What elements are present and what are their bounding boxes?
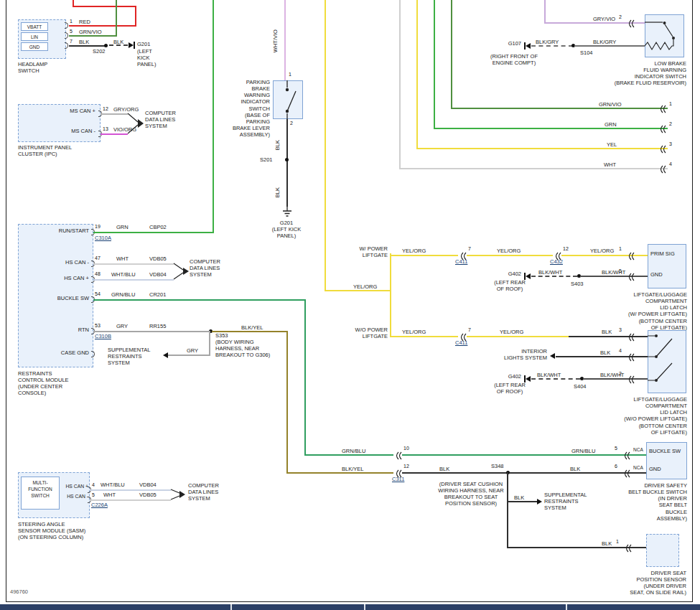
- buckle-gnd-label: GND: [649, 466, 661, 472]
- connector-c226a[interactable]: C226A: [91, 502, 108, 508]
- wire-blk-wht: [580, 276, 648, 277]
- wire-vio-org: [101, 133, 128, 135]
- ground-ref-g201: G201: [137, 41, 150, 47]
- wire-label: BLK/WHT: [602, 269, 625, 276]
- pin-number: 47: [95, 255, 101, 261]
- wire-wht-blu-hscan: [93, 279, 174, 281]
- splice-s104-label: S104: [580, 50, 593, 56]
- wire-wht-vio: [284, 0, 286, 80]
- taskbar-segment[interactable]: [232, 604, 364, 610]
- circuit-vdb05: VDB05: [139, 492, 157, 498]
- wire-blk-wht: [583, 378, 648, 380]
- wire-label-grn: GRN: [116, 224, 129, 230]
- pin-label-hs-can-plus: HS CAN +: [62, 484, 88, 489]
- pin-number: 4: [92, 482, 95, 487]
- ground-loc: (LEFT KICK PANEL): [137, 48, 157, 67]
- taskbar-segment[interactable]: [0, 604, 230, 610]
- ground-ref-g402: G402: [498, 271, 521, 277]
- wire-label: GRN: [605, 121, 617, 128]
- pin-number: 5: [70, 29, 73, 34]
- pin-number: 7: [468, 327, 471, 332]
- connector-c310a[interactable]: C310A: [95, 235, 111, 241]
- ground-g201-label: G201 (LEFT KICK PANEL): [263, 220, 310, 239]
- wire-wht-blu: [90, 489, 171, 491]
- wire-blk-gry-dashed: [531, 45, 573, 47]
- pin-number: 5: [92, 492, 95, 497]
- headlamp-caption: HEADLAMP SWITCH: [18, 61, 47, 74]
- system-supplemental-restraints: SUPPLEMENTAL RESTRAINTS SYSTEM: [544, 492, 587, 511]
- system-funnel: [174, 259, 190, 283]
- system-computer-data-lines: COMPUTER DATA LINES SYSTEM: [190, 258, 220, 278]
- connector-glyph: [658, 144, 666, 154]
- pin-label-run-start: RUN/START: [27, 227, 89, 234]
- connector-glyph: [622, 451, 630, 461]
- wire-blk-wht-dashed: [531, 378, 580, 380]
- seat-position-sensor-caption: DRIVER SEAT POSITION SENSOR (UNDER DRIVE…: [600, 570, 686, 596]
- wire-label: BLK: [514, 494, 524, 501]
- parking-brake-label: PARKING BRAKE WARNING INDICATOR SWITCH (…: [228, 79, 270, 138]
- connector-c411[interactable]: C411: [455, 339, 467, 346]
- connector-glyph: [626, 19, 635, 29]
- ground-ref-bar: [134, 42, 135, 49]
- wire-label: BLK/WHT: [537, 372, 561, 378]
- wire-label-red: RED: [79, 19, 90, 25]
- system-funnel: [171, 485, 187, 504]
- taskbar-segment[interactable]: [567, 604, 700, 610]
- circuit-vdb04: VDB04: [139, 482, 157, 488]
- wire-label-blk-gry: BLK/GRY: [536, 39, 559, 45]
- ground-loc: (LEFT REAR OF ROOF): [488, 279, 531, 292]
- wire-wht: [399, 0, 401, 168]
- connector-glyph: [658, 124, 666, 134]
- wire-yel: [416, 148, 668, 149]
- pin-label-case-gnd: CASE GND: [27, 349, 89, 356]
- connector-c411[interactable]: C411: [455, 258, 467, 265]
- connector-c311[interactable]: C311: [392, 476, 404, 482]
- wire-wht: [90, 499, 171, 501]
- wire-blk-yel: [286, 472, 393, 474]
- wire-gry-vio: [544, 0, 546, 22]
- multi-function-switch-label: MULTI- FUNCTION SWITCH: [21, 477, 60, 510]
- wire-grn-vio: [451, 108, 668, 109]
- system-arrow: [537, 499, 542, 505]
- wire-yel-org: [467, 255, 553, 256]
- pin-label-rtn: RTN: [27, 327, 89, 333]
- pin-number: 6: [615, 464, 617, 469]
- pin-label-lin: LIN: [21, 32, 48, 41]
- splice-s202-label: S202: [93, 48, 106, 55]
- wire-wht-hscan: [93, 263, 174, 265]
- wire-grn-vio: [69, 35, 117, 37]
- seat-position-sensor-box: [646, 534, 679, 567]
- wire-yel: [416, 0, 418, 148]
- wire-red: [73, 6, 136, 7]
- sasm-caption: STEERING ANGLE SENSOR MODULE (SASM) (ON …: [18, 521, 85, 540]
- wire-blk-branch: [507, 472, 508, 548]
- wiring-diagram: VBATT LIN GND 1 5 7 RED GRN/VIO BLK BLK …: [0, 0, 700, 610]
- wire-label: YEL/ORG: [402, 329, 426, 335]
- branch-label-wo-power: W/O POWER LIFTGATE: [343, 327, 388, 339]
- buckle-switch-caption: DRIVER SAFETY BELT BUCKLE SWITCH (IN DRI…: [605, 482, 687, 522]
- connector-c310b[interactable]: C310B: [95, 333, 111, 339]
- pin-number: 4: [619, 348, 622, 353]
- wire-label-grn-blu: GRN/BLU: [111, 291, 135, 298]
- wire-label: GRN/VIO: [599, 101, 622, 108]
- wire-label-wht-blu: WHT/BLU: [111, 271, 136, 278]
- splice-s201-dot: [285, 158, 289, 161]
- wire-blk-branch: [507, 501, 537, 502]
- connector-c432[interactable]: C432: [550, 258, 563, 265]
- pin-label-hs-can-plus: HS CAN +: [27, 275, 89, 281]
- pin-label-ms-can-minus: MS CAN -: [32, 128, 95, 134]
- wire-yel-org: [390, 255, 458, 256]
- pin-label-vbatt: VBATT: [21, 22, 48, 31]
- wire-gry-branch: [168, 355, 210, 356]
- wire-label-wht-blu: WHT/BLU: [101, 482, 125, 488]
- taskbar-segment[interactable]: [365, 604, 566, 610]
- pin-label-hs-can-minus: HS CAN -: [62, 494, 88, 499]
- wire-blk: [286, 119, 288, 207]
- wire-yel-org-trunk: [325, 290, 391, 291]
- wire-grn: [434, 128, 668, 129]
- ground-ref-arrow: [129, 42, 134, 48]
- splice-s348-note: (DRIVER SEAT CUSHION WIRING HARNESS, NEA…: [429, 481, 513, 507]
- pin-number: 2: [619, 14, 622, 19]
- ground-ref-arrow: [526, 43, 531, 49]
- wire-label: YEL/ORG: [500, 329, 523, 335]
